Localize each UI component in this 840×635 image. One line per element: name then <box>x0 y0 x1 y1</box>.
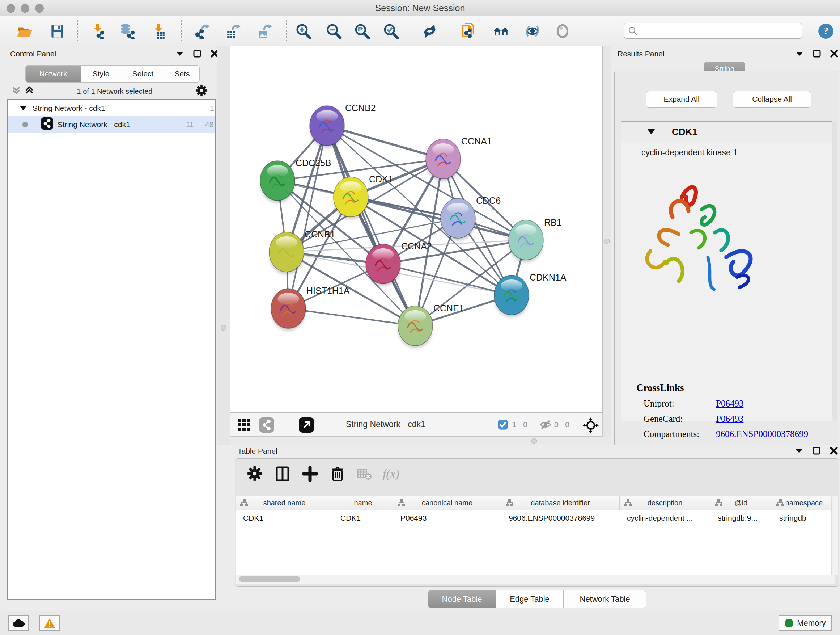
cloud-status-button[interactable] <box>8 616 29 631</box>
column-header-canonical-name[interactable]: canonical name <box>393 496 501 510</box>
network-node-ccnb2[interactable]: CCNB2 <box>309 103 376 147</box>
save-session-icon[interactable] <box>49 23 65 40</box>
expand-all-chevrons-icon[interactable] <box>25 86 34 97</box>
column-header-database-identifier[interactable]: database identifier <box>501 496 620 510</box>
column-header-description[interactable]: description <box>620 496 711 510</box>
zoom-out-icon[interactable] <box>325 23 342 40</box>
panel-close-icon[interactable] <box>829 446 838 455</box>
import-network-database-icon[interactable] <box>119 23 136 40</box>
splitter-handle[interactable] <box>604 239 609 244</box>
column-header--id[interactable]: @id <box>711 496 772 510</box>
tab-network[interactable]: Network <box>25 65 81 82</box>
tab-select[interactable]: Select <box>121 65 165 82</box>
network-node-cdk1[interactable]: CDK1 <box>333 174 393 219</box>
panel-menu-icon[interactable] <box>795 49 804 58</box>
network-node-hist1h1a[interactable]: HIST1H1A <box>271 286 350 330</box>
export-network-icon[interactable] <box>194 23 211 40</box>
tab-style[interactable]: Style <box>81 65 121 82</box>
network-node-rb1[interactable]: RB1 <box>508 217 562 262</box>
tab-sets[interactable]: Sets <box>165 65 200 82</box>
network-canvas[interactable]: CCNB2CCNA1CDC25BCDK1CDC6RB1CCNB1CCNA2CDK… <box>230 46 603 413</box>
results-scrollbar[interactable] <box>832 121 837 421</box>
table-cell[interactable]: CDK1 <box>236 514 333 523</box>
scrollbar-thumb[interactable] <box>239 576 300 582</box>
hidden-eye-slash-icon[interactable] <box>539 419 552 432</box>
table-horizontal-scrollbar[interactable] <box>236 575 835 584</box>
select-columns-icon[interactable] <box>275 466 291 482</box>
network-node-ccne1[interactable]: CCNE1 <box>398 303 464 348</box>
export-table-icon[interactable] <box>225 23 242 40</box>
column-header-name[interactable]: name <box>333 496 393 510</box>
network-collection-row[interactable]: String Network - cdk1 1 <box>8 100 215 116</box>
help-icon[interactable]: ? <box>818 23 834 40</box>
fit-content-crosshair-icon[interactable] <box>583 417 599 435</box>
clone-network-icon[interactable] <box>460 23 477 40</box>
network-node-ccna2[interactable]: CCNA2 <box>366 241 432 286</box>
expander-arrow-icon[interactable] <box>19 106 27 111</box>
panel-float-icon[interactable] <box>812 446 821 455</box>
collapse-arrow-icon[interactable] <box>647 129 655 135</box>
network-edge[interactable] <box>327 126 415 326</box>
search-field[interactable] <box>624 23 802 39</box>
import-network-icon[interactable] <box>89 23 106 40</box>
table-vertical-scrollbar[interactable] <box>831 496 838 575</box>
refresh-icon[interactable] <box>422 23 438 40</box>
collapse-all-chevrons-icon[interactable] <box>11 86 21 97</box>
panel-menu-icon[interactable] <box>794 446 804 455</box>
panel-close-icon[interactable] <box>829 49 839 58</box>
splitter-handle[interactable] <box>221 325 226 331</box>
table-cell[interactable]: cyclin-dependent ... <box>620 514 711 523</box>
zoom-selected-icon[interactable] <box>382 23 399 40</box>
export-image-icon[interactable] <box>256 23 272 40</box>
table-cell[interactable]: stringdb:9... <box>711 514 772 523</box>
panel-float-icon[interactable] <box>193 49 202 58</box>
search-input[interactable] <box>638 26 794 35</box>
table-cell[interactable]: P06493 <box>393 514 501 523</box>
panel-menu-icon[interactable] <box>175 49 185 58</box>
delete-column-trash-icon[interactable] <box>330 466 346 482</box>
network-node-cdc6[interactable]: CDC6 <box>441 195 501 240</box>
import-table-icon[interactable] <box>150 23 167 40</box>
tab-node-table[interactable]: Node Table <box>428 590 496 608</box>
right-splitter[interactable] <box>603 46 611 445</box>
table-row[interactable]: CDK1CDK1P064939606.ENSP00000378699cyclin… <box>236 510 835 526</box>
panel-float-icon[interactable] <box>812 49 821 58</box>
birds-eye-grid-icon[interactable] <box>237 418 251 433</box>
network-row-selected[interactable]: String Network - cdk1 11 48 <box>8 116 215 133</box>
selected-checkbox-icon[interactable] <box>498 420 508 431</box>
function-builder-icon[interactable]: f(x) <box>383 467 399 481</box>
string-view-icon[interactable] <box>259 417 274 434</box>
table-cell[interactable]: 9606.ENSP00000378699 <box>501 514 620 523</box>
crosslink-link[interactable]: P06493 <box>716 414 744 424</box>
splitter-handle[interactable] <box>531 439 537 444</box>
network-edge[interactable] <box>288 309 415 326</box>
network-node-ccnb1[interactable]: CCNB1 <box>269 229 335 274</box>
open-session-icon[interactable] <box>16 23 33 40</box>
add-column-plus-icon[interactable] <box>302 466 318 482</box>
hide-eye-slash-icon[interactable] <box>524 23 541 40</box>
column-header-shared-name[interactable]: shared name <box>236 496 333 510</box>
tab-network-table[interactable]: Network Table <box>564 590 646 608</box>
gear-icon[interactable] <box>195 84 208 98</box>
homes-icon[interactable] <box>493 23 509 40</box>
zoom-in-icon[interactable] <box>295 23 311 40</box>
show-eye-icon[interactable] <box>554 23 571 40</box>
column-header-namespace[interactable]: namespace <box>772 496 835 510</box>
crosslink-link[interactable]: P06493 <box>716 399 744 409</box>
zoom-fit-icon[interactable] <box>354 23 370 40</box>
network-node-cdkn1a[interactable]: CDKN1A <box>494 272 567 317</box>
expand-all-button[interactable]: Expand All <box>646 91 717 108</box>
table-cell[interactable]: stringdb <box>772 514 835 523</box>
left-splitter[interactable] <box>217 46 230 445</box>
table-cell[interactable]: CDK1 <box>333 514 393 523</box>
crosslink-link[interactable]: 9606.ENSP00000378699 <box>716 429 808 439</box>
delete-table-icon[interactable] <box>356 466 372 482</box>
memory-button[interactable]: Memory <box>778 616 832 631</box>
entry-header[interactable]: CDK1 <box>621 122 832 142</box>
open-in-window-icon[interactable] <box>299 417 314 434</box>
warnings-button[interactable] <box>39 616 60 631</box>
tab-edge-table[interactable]: Edge Table <box>496 590 564 608</box>
table-settings-gear-icon[interactable] <box>247 466 263 482</box>
network-edge[interactable] <box>288 126 327 309</box>
collapse-all-button[interactable]: Collapse All <box>733 91 812 108</box>
